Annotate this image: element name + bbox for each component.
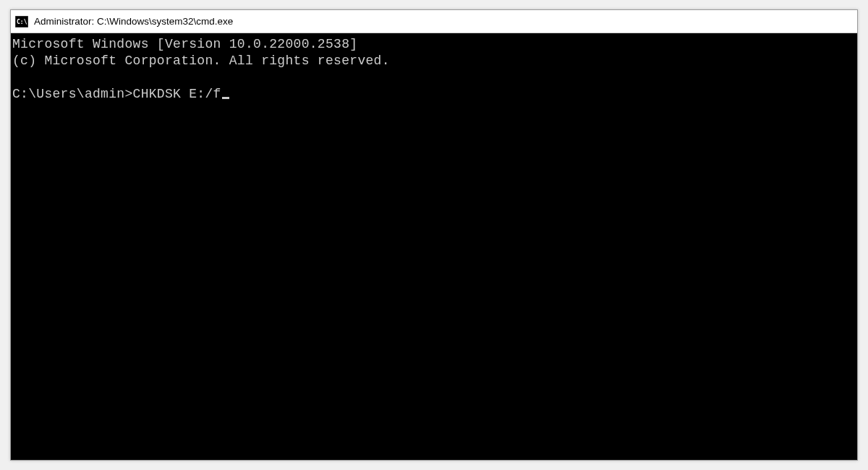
titlebar[interactable]: C:\ Administrator: C:\Windows\system32\c… — [11, 10, 857, 33]
cursor — [222, 97, 229, 99]
window-title: Administrator: C:\Windows\system32\cmd.e… — [34, 16, 233, 27]
cmd-icon: C:\ — [15, 16, 28, 27]
terminal-output[interactable]: Microsoft Windows [Version 10.0.22000.25… — [11, 33, 857, 460]
cmd-window: C:\ Administrator: C:\Windows\system32\c… — [10, 9, 858, 461]
prompt: C:\Users\admin> — [12, 87, 133, 101]
svg-text:C:\: C:\ — [17, 19, 27, 25]
version-line: Microsoft Windows [Version 10.0.22000.25… — [12, 37, 357, 51]
copyright-line: (c) Microsoft Corporation. All rights re… — [12, 54, 390, 68]
command-input[interactable]: CHKDSK E:/f — [133, 87, 221, 101]
